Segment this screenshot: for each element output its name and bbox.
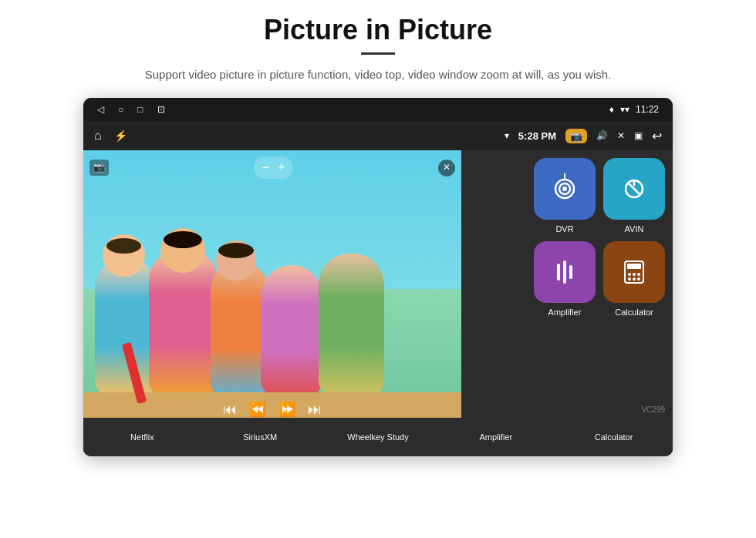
app-item-amplifier[interactable]: Amplifier: [534, 241, 596, 317]
volume-nav-icon[interactable]: 🔊: [596, 130, 608, 141]
nav-bar: ⌂ ⚡ ▾ 5:28 PM 📷 🔊 ✕ ▣ ↩: [83, 121, 673, 150]
status-right: ♦ ▾▾ 11:22: [609, 104, 659, 115]
prev-btn[interactable]: ⏮: [223, 402, 237, 418]
svg-point-17: [637, 277, 640, 281]
pip-minus-btn[interactable]: −: [262, 160, 269, 176]
home-icon[interactable]: ⌂: [94, 129, 102, 143]
pip-video-scene: [83, 150, 461, 427]
watermark: VC299: [641, 405, 665, 414]
status-left: ◁ ○ □ ⊡: [97, 104, 165, 115]
svg-rect-11: [627, 264, 641, 269]
nav-time: 5:28 PM: [518, 130, 556, 142]
wifi-nav-icon: ▾: [505, 130, 509, 141]
close-nav-icon[interactable]: ✕: [617, 130, 625, 141]
svg-rect-7: [557, 264, 560, 281]
app-label-wheelkey[interactable]: Wheelkey Study: [319, 418, 437, 456]
camera-nav-icon[interactable]: 📷: [565, 129, 587, 143]
svg-point-14: [637, 273, 640, 276]
next-btn[interactable]: ⏭: [308, 402, 322, 418]
pip-size-controls: − +: [254, 156, 293, 179]
amplifier-label: Amplifier: [548, 308, 582, 317]
app-label-calculator[interactable]: Calculator: [555, 418, 673, 456]
amplifier-svg: [550, 257, 579, 287]
page-subtitle: Support video picture in picture functio…: [145, 66, 611, 84]
app-label-amplifier[interactable]: Amplifier: [437, 418, 555, 456]
app-label-siriusxm[interactable]: SiriusXM: [201, 418, 319, 456]
app-item-calculator[interactable]: Calculator: [603, 241, 665, 317]
pip-nav-icon[interactable]: ▣: [634, 130, 643, 141]
svg-point-12: [628, 273, 631, 276]
back-nav-icon[interactable]: ◁: [97, 104, 104, 115]
bottom-app-row: Netflix SiriusXM Wheelkey Study Amplifie…: [83, 418, 673, 456]
calculator-icon: [603, 241, 665, 303]
main-content: 📷 − + ✕ ⏮ ⏪ ⏩ ⏭: [83, 150, 673, 456]
back-nav-btn[interactable]: ↩: [652, 129, 662, 143]
svg-rect-9: [569, 265, 572, 279]
pip-cam-icon: 📷: [89, 160, 109, 176]
rewind-btn[interactable]: ⏪: [249, 401, 266, 418]
location-icon: ♦: [609, 104, 614, 115]
page-title: Picture in Picture: [264, 14, 492, 46]
title-divider: [361, 52, 395, 55]
pip-overlay[interactable]: 📷 − + ✕ ⏮ ⏪ ⏩ ⏭: [83, 150, 461, 427]
status-time: 11:22: [636, 104, 659, 115]
status-bar: ◁ ○ □ ⊡ ♦ ▾▾ 11:22: [83, 98, 673, 121]
svg-point-16: [633, 277, 636, 281]
amplifier-icon: [534, 241, 596, 303]
device-frame: ◁ ○ □ ⊡ ♦ ▾▾ 11:22 ⌂ ⚡ ▾ 5:28 PM 📷 🔊: [83, 98, 673, 456]
pip-close-btn[interactable]: ✕: [438, 160, 455, 177]
right-apps-row-2: Amplifier: [469, 241, 665, 317]
calculator-label: Calculator: [615, 308, 653, 317]
home-nav-icon[interactable]: ○: [118, 104, 123, 115]
pip-plus-btn[interactable]: +: [278, 160, 285, 176]
page-wrapper: Picture in Picture Support video picture…: [0, 0, 756, 456]
pip-controls: 📷 − + ✕: [89, 156, 455, 179]
forward-btn[interactable]: ⏩: [278, 401, 295, 418]
nav-right: ▾ 5:28 PM 📷 🔊 ✕ ▣ ↩: [505, 129, 662, 143]
svg-point-15: [628, 277, 631, 281]
recents-nav-icon[interactable]: □: [137, 104, 143, 115]
app-label-netflix[interactable]: Netflix: [83, 418, 201, 456]
menu-nav-icon[interactable]: ⊡: [157, 104, 165, 115]
nav-left: ⌂ ⚡: [94, 129, 127, 143]
svg-rect-8: [563, 261, 566, 284]
pip-playback: ⏮ ⏪ ⏩ ⏭: [83, 401, 461, 418]
wifi-icon: ▾▾: [620, 104, 629, 115]
svg-point-13: [633, 273, 636, 276]
usb-icon: ⚡: [114, 129, 127, 142]
calculator-svg: [619, 257, 649, 287]
